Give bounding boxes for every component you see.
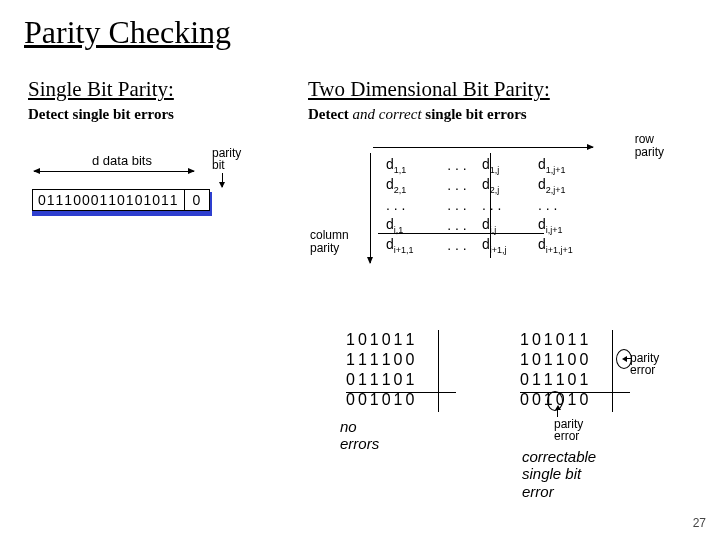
single-parity-diagram: d data bits paritybit 0111000110101011 0	[28, 149, 278, 239]
parity-bit-value: 0	[184, 189, 211, 211]
slide-title: Parity Checking	[0, 0, 720, 51]
matrix-top-arrow	[373, 147, 593, 148]
left-heading: Single Bit Parity:	[28, 77, 278, 102]
parity-error-label-right: parityerror	[630, 352, 659, 376]
matrix-row: . . .. . .. . .. . .	[386, 195, 594, 215]
bit-row: 111100	[346, 350, 417, 370]
data-bits-value: 0111000110101011	[32, 189, 184, 211]
bit-row: 011101	[346, 370, 417, 390]
bit-row: 101100	[520, 350, 591, 370]
bit-row: 101011	[520, 330, 591, 350]
matrix-row: d1,1. . .d1,jd1,j+1	[386, 155, 594, 175]
column-parity-label: columnparity	[310, 229, 349, 255]
d-data-bits-label: d data bits	[92, 153, 152, 168]
matrix-left-arrow	[370, 153, 371, 263]
bit-box: 0111000110101011 0	[32, 189, 210, 211]
left-column: Single Bit Parity: Detect single bit err…	[28, 77, 278, 287]
matrix-grid: d1,1. . .d1,jd1,j+1d2,1. . .d2,jd2,j+1. …	[386, 155, 594, 255]
right-column: Two Dimensional Bit Parity: Detect and c…	[308, 77, 700, 287]
parity-arrow	[222, 173, 223, 187]
bit-row: 001010	[346, 390, 417, 410]
right-desc: Detect and correct single bit errors	[308, 106, 700, 123]
right-heading: Two Dimensional Bit Parity:	[308, 77, 700, 102]
left-desc: Detect single bit errors	[28, 106, 278, 123]
no-errors-caption: no errors	[340, 418, 379, 452]
bit-row: 011101	[520, 370, 591, 390]
correctable-caption: correctablesingle bit error	[522, 448, 596, 500]
matrix-diagram: rowparity columnparity d1,1. . .d1,jd1,j…	[308, 137, 700, 287]
matrix-row: di+1,1. . .di+1,jdi+1,j+1	[386, 235, 594, 255]
width-arrow	[34, 171, 194, 172]
row-parity-label: rowparity	[635, 133, 664, 159]
example-block-no-errors: 101011111100011101001010	[346, 330, 417, 410]
content-columns: Single Bit Parity: Detect single bit err…	[0, 51, 720, 287]
parity-error-label-bottom: parityerror	[554, 418, 583, 442]
matrix-row: d2,1. . .d2,jd2,j+1	[386, 175, 594, 195]
page-number: 27	[693, 516, 706, 530]
bit-row: 101011	[346, 330, 417, 350]
matrix-row: di,1. . .di,jdi,j+1	[386, 215, 594, 235]
parity-bit-label: paritybit	[212, 147, 241, 171]
